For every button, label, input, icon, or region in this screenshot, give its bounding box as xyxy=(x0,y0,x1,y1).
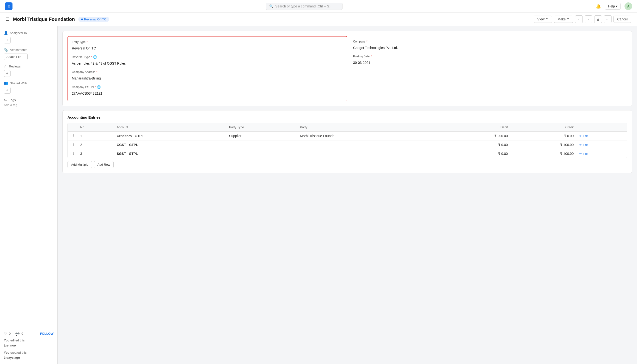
prev-button[interactable]: ‹ xyxy=(575,15,583,23)
reversal-type-field: Reversal Type * 🌐 As per rules 42 & 43 o… xyxy=(72,55,343,67)
company-gstin-value[interactable]: 27AAACB5343E1Z1 xyxy=(72,90,343,97)
activity-bar: ♡ 0 · 💬 0 FOLLOW xyxy=(4,329,54,336)
row-checkbox-cell[interactable] xyxy=(68,132,77,140)
accounting-entries-table: No. Account Party Type Party Debit Credi… xyxy=(68,123,627,158)
company-label: Company * xyxy=(353,40,623,43)
cell-party-type: Supplier xyxy=(226,132,297,140)
main-layout: 👤 Assigned To + 📎 Attachments Attach Fil… xyxy=(0,26,637,364)
col-party-type: Party Type xyxy=(226,123,297,132)
topbar-right: 🔔 Help ▾ A xyxy=(596,2,632,10)
cell-account: Creditors - GTPL xyxy=(114,132,226,140)
chevron-down-icon: ▾ xyxy=(616,4,617,8)
entry-type-value[interactable]: Reversal Of ITC xyxy=(72,45,343,52)
reviews-section: ☆ Reviews + xyxy=(4,64,54,77)
notification-bell-button[interactable]: 🔔 xyxy=(596,4,601,9)
chevron-up-icon: ⌃ xyxy=(545,17,548,21)
accounting-entries-card: Accounting Entries No. Account Party Typ… xyxy=(63,110,632,173)
edit-link[interactable]: ✏ Edit xyxy=(579,152,624,156)
posting-date-label: Posting Date * xyxy=(353,55,623,58)
attach-file-button[interactable]: Attach File + xyxy=(4,54,28,60)
topbar-left: E xyxy=(5,2,13,10)
share-icon: 👥 xyxy=(4,81,8,85)
search-bar[interactable]: 🔍 Search or type a command (Ctrl + G) xyxy=(266,3,343,10)
add-review-button[interactable]: + xyxy=(4,70,11,77)
required-star-5: * xyxy=(366,40,367,43)
cell-account: CGST - GTPL xyxy=(114,140,226,149)
company-address-field: Company Address * Maharashtra-Billing xyxy=(72,70,343,82)
print-button[interactable]: 🖨 xyxy=(594,15,602,23)
shared-with-section: 👥 Shared With + xyxy=(4,81,54,94)
required-star-3: * xyxy=(96,70,98,74)
activity-user-1: You xyxy=(4,338,10,342)
col-account: Account xyxy=(114,123,226,132)
help-button[interactable]: Help ▾ xyxy=(605,3,621,10)
required-star-6: * xyxy=(371,55,372,58)
next-button[interactable]: › xyxy=(585,15,592,23)
attach-label: Attach File xyxy=(7,55,21,58)
col-actions xyxy=(576,123,627,132)
company-value[interactable]: Gadget Technologies Pvt. Ltd. xyxy=(353,44,623,52)
posting-date-value[interactable]: 30-03-2021 xyxy=(353,59,623,66)
more-options-button[interactable]: ··· xyxy=(604,15,611,23)
cell-edit[interactable]: ✏ Edit xyxy=(576,149,627,158)
star-icon: ☆ xyxy=(4,64,7,68)
comment-icon[interactable]: 💬 xyxy=(15,332,20,336)
page-header-left: ☰ Morbi Tristique Foundation Reversal Of… xyxy=(6,16,109,22)
tags-title: 🏷 Tags xyxy=(4,98,54,102)
company-address-value[interactable]: Maharashtra-Billing xyxy=(72,75,343,82)
chevron-up-icon-make: ⌃ xyxy=(567,17,569,21)
assigned-to-section: 👤 Assigned To + xyxy=(4,31,54,44)
add-shared-with-button[interactable]: + xyxy=(4,87,11,94)
col-party: Party xyxy=(297,123,445,132)
assigned-to-title: 👤 Assigned To xyxy=(4,31,54,35)
follow-button[interactable]: FOLLOW xyxy=(40,332,54,336)
avatar[interactable]: A xyxy=(624,2,632,10)
topbar: E 🔍 Search or type a command (Ctrl + G) … xyxy=(0,0,637,12)
reviews-title: ☆ Reviews xyxy=(4,64,54,68)
comments-count: 0 xyxy=(21,332,23,336)
col-no: No. xyxy=(77,123,114,132)
row-checkbox[interactable] xyxy=(71,134,74,137)
cell-no: 1 xyxy=(77,132,114,140)
add-assigned-to-button[interactable]: + xyxy=(4,37,11,44)
row-checkbox[interactable] xyxy=(71,143,74,146)
add-tag-input[interactable]: Add a tag ... xyxy=(4,103,54,107)
topbar-center: 🔍 Search or type a command (Ctrl + G) xyxy=(266,3,343,10)
form-card: Entry Type * Reversal Of ITC Reversal Ty… xyxy=(63,31,632,106)
cell-party: Morbi Tristique Founda... xyxy=(297,132,445,140)
menu-icon[interactable]: ☰ xyxy=(6,16,10,22)
row-checkbox-cell[interactable] xyxy=(68,149,77,158)
table-row: 2 CGST - GTPL ₹ 0.00 ₹ 100.00 ✏ Edit xyxy=(68,140,627,149)
page-header: ☰ Morbi Tristique Foundation Reversal Of… xyxy=(0,12,637,26)
help-label: Help xyxy=(608,4,615,8)
cell-edit[interactable]: ✏ Edit xyxy=(576,132,627,140)
cancel-button[interactable]: Cancel xyxy=(613,16,631,23)
posting-date-field: Posting Date * 30-03-2021 xyxy=(353,55,623,66)
reversal-type-label: Reversal Type * 🌐 xyxy=(72,55,343,59)
cell-party-type xyxy=(226,140,297,149)
row-checkbox[interactable] xyxy=(71,152,74,155)
shared-with-title: 👥 Shared With xyxy=(4,81,54,85)
edit-link[interactable]: ✏ Edit xyxy=(579,134,624,138)
cell-credit: ₹ 100.00 xyxy=(511,149,576,158)
cell-edit[interactable]: ✏ Edit xyxy=(576,140,627,149)
entry-type-label: Entry Type * xyxy=(72,40,343,44)
page-header-right: View ⌃ Make ⌃ ‹ › 🖨 ··· Cancel xyxy=(534,15,631,23)
view-button[interactable]: View ⌃ xyxy=(534,16,552,23)
add-multiple-button[interactable]: Add Multiple xyxy=(68,161,92,168)
table-row: 3 SGST - GTPL ₹ 0.00 ₹ 100.00 ✏ Edit xyxy=(68,149,627,158)
add-row-button[interactable]: Add Row xyxy=(94,161,114,168)
entry-type-field: Entry Type * Reversal Of ITC xyxy=(72,40,343,52)
heart-icon[interactable]: ♡ xyxy=(4,332,7,336)
person-icon: 👤 xyxy=(4,31,8,35)
row-checkbox-cell[interactable] xyxy=(68,140,77,149)
app-icon[interactable]: E xyxy=(5,2,13,10)
status-dot xyxy=(81,18,83,20)
reversal-type-value[interactable]: As per rules 42 & 43 of CGST Rules xyxy=(72,60,343,67)
paperclip-icon: 📎 xyxy=(4,48,8,52)
edit-link[interactable]: ✏ Edit xyxy=(579,143,624,147)
tag-icon: 🏷 xyxy=(4,98,7,102)
page-title: Morbi Tristique Foundation xyxy=(13,16,75,22)
make-button[interactable]: Make ⌃ xyxy=(554,16,573,23)
col-credit: Credit xyxy=(511,123,576,132)
